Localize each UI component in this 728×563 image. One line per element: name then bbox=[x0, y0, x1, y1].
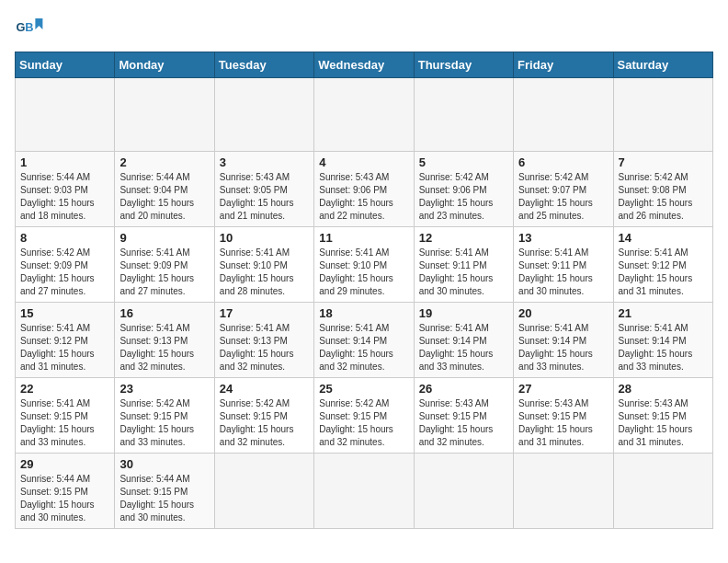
day-info: Sunrise: 5:43 AMSunset: 9:15 PMDaylight:… bbox=[518, 397, 608, 449]
day-info: Sunrise: 5:42 AMSunset: 9:15 PMDaylight:… bbox=[319, 397, 408, 449]
day-number: 17 bbox=[220, 306, 309, 320]
day-info: Sunrise: 5:41 AMSunset: 9:10 PMDaylight:… bbox=[319, 247, 408, 298]
day-number: 14 bbox=[619, 231, 708, 245]
calendar-week-4: 22Sunrise: 5:41 AMSunset: 9:15 PMDayligh… bbox=[16, 378, 713, 454]
day-number: 24 bbox=[220, 382, 309, 396]
calendar-cell: 25Sunrise: 5:42 AMSunset: 9:15 PMDayligh… bbox=[314, 378, 414, 454]
day-info: Sunrise: 5:43 AMSunset: 9:15 PMDaylight:… bbox=[619, 397, 708, 449]
day-info: Sunrise: 5:43 AMSunset: 9:15 PMDaylight:… bbox=[419, 397, 508, 449]
calendar-table: SundayMondayTuesdayWednesdayThursdayFrid… bbox=[15, 52, 713, 529]
calendar-cell: 22Sunrise: 5:41 AMSunset: 9:15 PMDayligh… bbox=[16, 378, 115, 454]
svg-marker-2 bbox=[35, 18, 42, 29]
day-info: Sunrise: 5:41 AMSunset: 9:11 PMDaylight:… bbox=[419, 247, 508, 298]
day-number: 4 bbox=[319, 155, 408, 169]
calendar-cell bbox=[214, 454, 313, 529]
day-info: Sunrise: 5:41 AMSunset: 9:13 PMDaylight:… bbox=[220, 322, 309, 373]
day-info: Sunrise: 5:44 AMSunset: 9:03 PMDaylight:… bbox=[20, 171, 109, 223]
day-number: 13 bbox=[518, 231, 608, 245]
day-info: Sunrise: 5:41 AMSunset: 9:14 PMDaylight:… bbox=[619, 322, 708, 373]
calendar-cell bbox=[514, 78, 613, 152]
calendar-cell: 26Sunrise: 5:43 AMSunset: 9:15 PMDayligh… bbox=[414, 378, 513, 454]
day-number: 29 bbox=[20, 457, 109, 471]
calendar-cell: 17Sunrise: 5:41 AMSunset: 9:13 PMDayligh… bbox=[214, 303, 313, 378]
weekday-header-saturday: Saturday bbox=[613, 52, 712, 78]
day-number: 2 bbox=[119, 155, 209, 169]
day-number: 25 bbox=[319, 382, 408, 396]
weekday-header-friday: Friday bbox=[514, 52, 613, 78]
day-number: 19 bbox=[419, 306, 508, 320]
calendar-cell bbox=[613, 78, 712, 152]
calendar-cell: 9Sunrise: 5:41 AMSunset: 9:09 PMDaylight… bbox=[115, 227, 214, 303]
day-number: 6 bbox=[518, 155, 608, 169]
day-number: 7 bbox=[619, 155, 708, 169]
calendar-cell: 20Sunrise: 5:41 AMSunset: 9:14 PMDayligh… bbox=[514, 303, 613, 378]
calendar-week-0 bbox=[16, 78, 713, 152]
day-number: 28 bbox=[619, 382, 708, 396]
calendar-cell: 12Sunrise: 5:41 AMSunset: 9:11 PMDayligh… bbox=[414, 227, 513, 303]
calendar-cell: 7Sunrise: 5:42 AMSunset: 9:08 PMDaylight… bbox=[613, 152, 712, 227]
day-number: 8 bbox=[20, 231, 109, 245]
calendar-cell: 29Sunrise: 5:44 AMSunset: 9:15 PMDayligh… bbox=[16, 454, 115, 529]
day-number: 26 bbox=[419, 382, 508, 396]
day-info: Sunrise: 5:41 AMSunset: 9:15 PMDaylight:… bbox=[20, 397, 109, 449]
calendar-cell: 5Sunrise: 5:42 AMSunset: 9:06 PMDaylight… bbox=[414, 152, 513, 227]
day-number: 18 bbox=[319, 306, 408, 320]
calendar-cell bbox=[414, 454, 513, 529]
day-info: Sunrise: 5:42 AMSunset: 9:06 PMDaylight:… bbox=[419, 171, 508, 223]
day-info: Sunrise: 5:41 AMSunset: 9:12 PMDaylight:… bbox=[619, 247, 708, 298]
calendar-week-2: 8Sunrise: 5:42 AMSunset: 9:09 PMDaylight… bbox=[16, 227, 713, 303]
weekday-header-wednesday: Wednesday bbox=[314, 52, 414, 78]
calendar-cell: 2Sunrise: 5:44 AMSunset: 9:04 PMDaylight… bbox=[115, 152, 214, 227]
day-number: 21 bbox=[619, 306, 708, 320]
day-number: 10 bbox=[220, 231, 309, 245]
calendar-week-1: 1Sunrise: 5:44 AMSunset: 9:03 PMDaylight… bbox=[16, 152, 713, 227]
calendar-cell: 3Sunrise: 5:43 AMSunset: 9:05 PMDaylight… bbox=[214, 152, 313, 227]
calendar-cell: 27Sunrise: 5:43 AMSunset: 9:15 PMDayligh… bbox=[514, 378, 613, 454]
calendar-cell: 30Sunrise: 5:44 AMSunset: 9:15 PMDayligh… bbox=[115, 454, 214, 529]
calendar-cell: 21Sunrise: 5:41 AMSunset: 9:14 PMDayligh… bbox=[613, 303, 712, 378]
day-info: Sunrise: 5:42 AMSunset: 9:15 PMDaylight:… bbox=[220, 397, 309, 449]
calendar-cell: 16Sunrise: 5:41 AMSunset: 9:13 PMDayligh… bbox=[115, 303, 214, 378]
day-info: Sunrise: 5:42 AMSunset: 9:08 PMDaylight:… bbox=[619, 171, 708, 223]
weekday-header-monday: Monday bbox=[115, 52, 214, 78]
day-info: Sunrise: 5:42 AMSunset: 9:07 PMDaylight:… bbox=[518, 171, 608, 223]
calendar-cell: 19Sunrise: 5:41 AMSunset: 9:14 PMDayligh… bbox=[414, 303, 513, 378]
calendar-cell: 10Sunrise: 5:41 AMSunset: 9:10 PMDayligh… bbox=[214, 227, 313, 303]
weekday-header-row: SundayMondayTuesdayWednesdayThursdayFrid… bbox=[16, 52, 713, 78]
svg-text:B: B bbox=[25, 20, 33, 34]
calendar-cell: 4Sunrise: 5:43 AMSunset: 9:06 PMDaylight… bbox=[314, 152, 414, 227]
day-number: 27 bbox=[518, 382, 608, 396]
calendar-cell bbox=[613, 454, 712, 529]
calendar-cell bbox=[414, 78, 513, 152]
page-header: G B bbox=[15, 15, 713, 44]
day-info: Sunrise: 5:42 AMSunset: 9:15 PMDaylight:… bbox=[119, 397, 209, 449]
calendar-week-3: 15Sunrise: 5:41 AMSunset: 9:12 PMDayligh… bbox=[16, 303, 713, 378]
day-number: 11 bbox=[319, 231, 408, 245]
calendar-cell: 14Sunrise: 5:41 AMSunset: 9:12 PMDayligh… bbox=[613, 227, 712, 303]
day-number: 3 bbox=[220, 155, 309, 169]
day-number: 12 bbox=[419, 231, 508, 245]
calendar-cell bbox=[115, 78, 214, 152]
calendar-cell bbox=[314, 78, 414, 152]
day-info: Sunrise: 5:41 AMSunset: 9:14 PMDaylight:… bbox=[518, 322, 608, 373]
weekday-header-tuesday: Tuesday bbox=[214, 52, 313, 78]
day-info: Sunrise: 5:43 AMSunset: 9:06 PMDaylight:… bbox=[319, 171, 408, 223]
weekday-header-sunday: Sunday bbox=[16, 52, 115, 78]
day-info: Sunrise: 5:43 AMSunset: 9:05 PMDaylight:… bbox=[220, 171, 309, 223]
logo: G B bbox=[15, 15, 48, 44]
day-info: Sunrise: 5:41 AMSunset: 9:12 PMDaylight:… bbox=[20, 322, 109, 373]
calendar-cell: 8Sunrise: 5:42 AMSunset: 9:09 PMDaylight… bbox=[16, 227, 115, 303]
calendar-cell: 13Sunrise: 5:41 AMSunset: 9:11 PMDayligh… bbox=[514, 227, 613, 303]
calendar-cell: 15Sunrise: 5:41 AMSunset: 9:12 PMDayligh… bbox=[16, 303, 115, 378]
calendar-cell: 28Sunrise: 5:43 AMSunset: 9:15 PMDayligh… bbox=[613, 378, 712, 454]
day-info: Sunrise: 5:41 AMSunset: 9:13 PMDaylight:… bbox=[119, 322, 209, 373]
day-number: 23 bbox=[119, 382, 209, 396]
day-info: Sunrise: 5:44 AMSunset: 9:15 PMDaylight:… bbox=[119, 473, 209, 524]
day-number: 1 bbox=[20, 155, 109, 169]
day-info: Sunrise: 5:44 AMSunset: 9:15 PMDaylight:… bbox=[20, 473, 109, 524]
day-info: Sunrise: 5:41 AMSunset: 9:14 PMDaylight:… bbox=[319, 322, 408, 373]
calendar-cell: 1Sunrise: 5:44 AMSunset: 9:03 PMDaylight… bbox=[16, 152, 115, 227]
day-number: 16 bbox=[119, 306, 209, 320]
day-number: 22 bbox=[20, 382, 109, 396]
day-info: Sunrise: 5:41 AMSunset: 9:10 PMDaylight:… bbox=[220, 247, 309, 298]
